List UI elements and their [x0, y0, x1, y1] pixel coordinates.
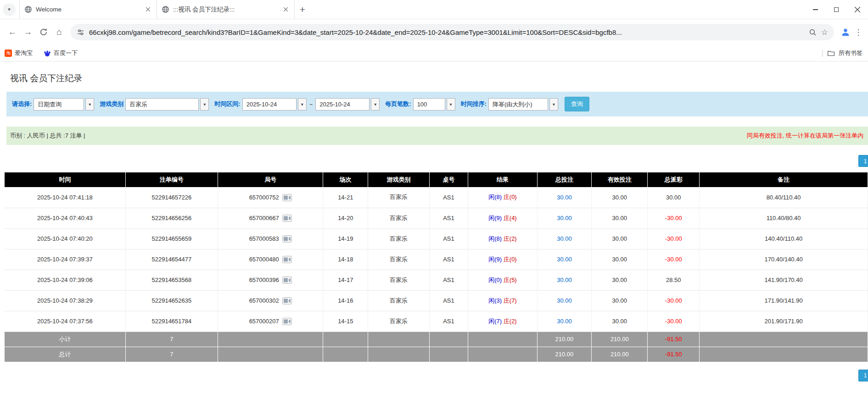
table-row: 2025-10-24 07:40:20522914655659657000583… [5, 228, 868, 249]
tab-search-button[interactable]: ▾ [3, 3, 16, 16]
query-type-value[interactable]: 日期查询 [34, 98, 84, 111]
profile-avatar-icon[interactable] [838, 24, 853, 40]
address-bar[interactable]: 66cxkj98.com/game/betrecord_search/kind3… [71, 24, 834, 40]
total-bet-link[interactable]: 30.00 [537, 249, 591, 270]
date-end-value[interactable]: 2025-10-24 [315, 98, 370, 111]
url-text[interactable]: 66cxkj98.com/game/betrecord_search/kind3… [89, 28, 804, 36]
video-replay-icon[interactable] [282, 318, 292, 325]
per-page-value[interactable]: 100 [413, 98, 445, 111]
total-bet-link[interactable]: 30.00 [537, 187, 591, 208]
result-player: 闲(8) [488, 193, 502, 200]
total-bet-link[interactable]: 30.00 [537, 208, 591, 228]
result-player: 闲(3) [488, 297, 502, 304]
round-cell: 657000752 [218, 187, 323, 208]
reload-button[interactable] [36, 24, 51, 40]
result-banker: 庄(5) [504, 276, 517, 283]
video-replay-icon[interactable] [282, 256, 292, 263]
summary-empty [323, 332, 368, 347]
tab-close-icon[interactable] [144, 6, 152, 13]
date-start-value[interactable]: 2025-10-24 [242, 98, 297, 111]
total-bet-link[interactable]: 30.00 [537, 228, 591, 249]
video-replay-icon[interactable] [282, 276, 292, 284]
chevron-down-icon[interactable]: ▾ [200, 98, 209, 111]
sort-select[interactable]: 降幂(由大到小) ▾ [488, 98, 558, 111]
chevron-down-icon[interactable]: ▾ [447, 98, 455, 111]
close-window-button[interactable] [847, 0, 868, 19]
new-tab-button[interactable]: + [295, 2, 310, 17]
date-end-select[interactable]: 2025-10-24 ▾ [315, 98, 380, 111]
result-banker: 庄(4) [504, 215, 517, 221]
total-bet-link[interactable]: 30.00 [537, 270, 591, 290]
bet-id: 522914656256 [125, 208, 218, 228]
query-type-select[interactable]: 日期查询 ▾ [34, 98, 94, 111]
summary-empty [368, 332, 430, 347]
column-header-2: 局号 [218, 172, 323, 187]
summary-bar: 币别 : 人民币 | 总共 :7 注单 | 同局有效投注, 统一计算在该局第一张… [6, 127, 868, 145]
date-start-select[interactable]: 2025-10-24 ▾ [242, 98, 307, 111]
total-bet-link[interactable]: 30.00 [537, 290, 591, 311]
result-player: 闲(9) [488, 215, 502, 221]
summary-empty [468, 347, 537, 362]
game-type: 百家乐 [368, 270, 430, 290]
date-separator: ~ [309, 101, 313, 108]
summary-empty [429, 347, 468, 362]
video-replay-icon[interactable] [282, 297, 292, 304]
round-cell: 657000302 [218, 290, 323, 311]
game-type: 百家乐 [368, 187, 430, 208]
bookmark-star-icon[interactable]: ☆ [821, 28, 828, 37]
game-type: 百家乐 [368, 208, 430, 228]
round-number: 657000667 [249, 215, 279, 221]
browser-menu-icon[interactable]: ⋮ [853, 28, 863, 37]
remark: 140.40/110.40 [700, 228, 868, 249]
chevron-down-icon[interactable]: ▾ [298, 98, 307, 111]
tab-betrecord-active[interactable]: :::视讯 会员下注纪录::: [157, 0, 295, 19]
total-bet-link[interactable]: 30.00 [537, 311, 591, 332]
summary-count: 7 [125, 347, 218, 362]
round-number: 657000480 [249, 256, 279, 263]
bookmark-baidu[interactable]: 百度一下 [44, 49, 78, 57]
column-header-8: 有效投注 [592, 172, 648, 187]
all-bookmarks-label[interactable]: 所有书签 [839, 49, 862, 57]
search-button[interactable]: 查询 [565, 97, 589, 111]
session: 14-19 [323, 228, 368, 249]
summary-empty [429, 332, 468, 347]
sort-value[interactable]: 降幂(由大到小) [488, 98, 548, 111]
tab-close-icon[interactable] [282, 6, 290, 13]
divider: | [822, 49, 823, 57]
per-page-select[interactable]: 100 ▾ [413, 98, 455, 111]
column-header-6: 结果 [468, 172, 537, 187]
video-replay-icon[interactable] [282, 235, 292, 243]
chevron-down-icon[interactable]: ▾ [549, 98, 558, 111]
page-1-button[interactable]: 1 [858, 155, 868, 167]
payout: -30.00 [648, 290, 700, 311]
game-type-value[interactable]: 百家乐 [125, 98, 199, 111]
payout: 28.50 [648, 270, 700, 290]
remark: 141.90/170.40 [700, 270, 868, 290]
home-button[interactable]: ⌂ [51, 24, 67, 40]
minimize-button[interactable] [805, 0, 826, 19]
summary-valid-bet: 210.00 [592, 332, 648, 347]
chevron-down-icon[interactable]: ▾ [371, 98, 380, 111]
session: 14-18 [323, 249, 368, 270]
session: 14-17 [323, 270, 368, 290]
page-1-button[interactable]: 1 [858, 370, 868, 381]
summary-empty [218, 347, 323, 362]
tab-welcome[interactable]: Welcome [19, 0, 157, 19]
folder-icon [827, 50, 835, 56]
back-button[interactable]: ← [5, 24, 20, 40]
result-cell: 闲(0) 庄(5) [468, 270, 537, 290]
summary-label: 小计 [5, 332, 125, 347]
maximize-button[interactable] [826, 0, 847, 19]
video-replay-icon[interactable] [282, 194, 292, 201]
zoom-icon[interactable] [809, 28, 817, 36]
video-replay-icon[interactable] [282, 215, 292, 222]
bookmark-taobao[interactable]: 淘 爱淘宝 [5, 49, 33, 57]
chevron-down-icon[interactable]: ▾ [85, 98, 94, 111]
game-type: 百家乐 [368, 290, 430, 311]
bet-time: 2025-10-24 07:37:56 [5, 311, 125, 332]
forward-button[interactable]: → [20, 24, 36, 40]
game-type-select[interactable]: 百家乐 ▾ [125, 98, 209, 111]
site-settings-icon[interactable] [77, 28, 84, 36]
result-player: 闲(8) [488, 235, 502, 242]
column-header-5: 桌号 [429, 172, 468, 187]
